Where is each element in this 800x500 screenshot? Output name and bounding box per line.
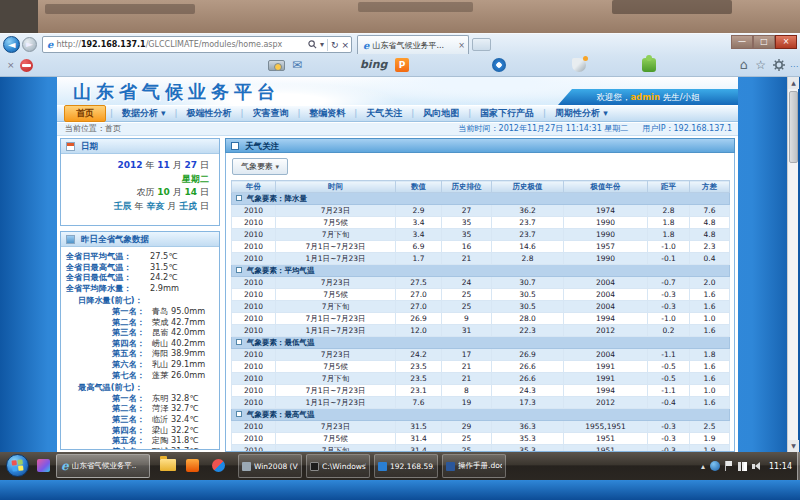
camera-icon[interactable] xyxy=(268,60,285,71)
favorites-star-icon[interactable]: ☆ xyxy=(755,58,766,72)
section-checkbox-icon[interactable] xyxy=(236,339,242,345)
nav-item-6[interactable]: 天气关注 xyxy=(357,107,411,120)
autocomplete-dropdown-icon[interactable]: ▾ xyxy=(320,40,324,49)
taskbar-ie-button[interactable]: e 山东省气候业务平.. xyxy=(56,454,150,478)
scrollbar-down-icon[interactable]: ▼ xyxy=(788,440,799,452)
weather-focus-header: 天气关注 xyxy=(225,138,735,153)
quick-launch-icon[interactable] xyxy=(37,459,50,472)
action-center-flag-icon[interactable] xyxy=(725,461,733,471)
speaker-icon[interactable] xyxy=(752,462,762,471)
nav-item-7[interactable]: 风向地图 xyxy=(414,107,468,120)
minimize-button[interactable]: — xyxy=(731,35,753,49)
section-checkbox-icon[interactable] xyxy=(236,195,242,201)
maximize-button[interactable]: □ xyxy=(753,35,775,49)
stop-icon[interactable]: × xyxy=(341,40,349,50)
nav-bar: 首页|数据分析 ▾|极端性分析|灾害查询|整编资料|天气关注|风向地图|国家下行… xyxy=(57,105,738,122)
more-options-icon[interactable]: ⋯ xyxy=(790,62,798,71)
blocked-content-icon[interactable] xyxy=(20,59,33,72)
breadcrumb-row: 当前位置：首页 当前时间：2012年11月27日 11:14:31 星期二 用户… xyxy=(57,123,738,136)
table-cell: 1月1日~7月23日 xyxy=(276,325,396,337)
start-button[interactable] xyxy=(6,454,29,477)
table-section-row[interactable]: 气象要素：最低气温 xyxy=(232,337,730,349)
element-filter-button[interactable]: 气象要素 ▾ xyxy=(232,158,288,175)
table-cell: 24.3 xyxy=(492,385,564,397)
nav-item-1[interactable]: 首页 xyxy=(64,105,106,122)
home-icon[interactable]: ⌂ xyxy=(740,57,748,72)
tray-app-icon[interactable] xyxy=(710,461,720,471)
scrollbar-thumb[interactable] xyxy=(789,91,798,163)
table-cell: 4.8 xyxy=(690,217,730,229)
table-row: 20107月23日27.52430.72004-0.72.0 xyxy=(232,277,730,289)
table-section-row[interactable]: 气象要素：最高气温 xyxy=(232,409,730,421)
calendar-text: 月 xyxy=(170,160,185,170)
mail-icon[interactable]: ✉ xyxy=(292,58,302,72)
taskbar-window-button[interactable]: Win2008 (VS2... xyxy=(238,454,302,478)
nav-item-8[interactable]: 国家下行产品 xyxy=(471,107,543,120)
table-cell: 2004 xyxy=(564,349,648,361)
table-section-row[interactable]: 气象要素：平均气温 xyxy=(232,265,730,277)
browser-back-button[interactable]: ◄ xyxy=(3,36,20,53)
nav-item-5[interactable]: 整编资料 xyxy=(300,107,354,120)
calendar-line: 2012 年 11 月 27 日 xyxy=(61,159,209,173)
browser-tab[interactable]: e 山东省气候业务平... × xyxy=(357,35,469,54)
rank-label: 第五名： xyxy=(112,435,152,446)
rank-value: 东明 32.8℃ xyxy=(152,393,198,404)
table-cell: 7月下旬 xyxy=(276,229,396,241)
section-checkbox-icon[interactable] xyxy=(236,267,242,273)
section-title: 气象要素：最高气温 xyxy=(247,410,315,419)
weather-stats: 全省日平均气温：27.5℃全省日最高气温：31.5℃全省日最低气温：24.2℃全… xyxy=(61,247,219,450)
table-cell: -0.3 xyxy=(648,301,690,313)
table-cell: 23.7 xyxy=(492,229,564,241)
nav-item-3[interactable]: 极端性分析 xyxy=(178,107,241,120)
table-cell: -0.4 xyxy=(648,397,690,409)
bing-app-icon[interactable]: P xyxy=(395,58,409,72)
url-text[interactable]: http://192.168.137.1/GLCCLIMATE/modules/… xyxy=(56,40,308,49)
close-button[interactable]: × xyxy=(775,35,797,49)
calendar-text: 日 xyxy=(197,160,209,170)
calendar-line: 农历 10 月 14 日 xyxy=(61,186,209,200)
weather-focus-panel: 天气关注 气象要素 ▾ 年份时间数值历史排位历史极值极值年份距平方差 气象要素：… xyxy=(225,138,735,452)
taskbar-window-button[interactable]: C:\Windows\s... xyxy=(306,454,370,478)
table-cell: 3.4 xyxy=(396,217,442,229)
pinned-app-icon[interactable] xyxy=(186,459,199,472)
tab-title[interactable]: 山东省气候业务平... xyxy=(372,40,456,51)
explorer-folder-icon[interactable] xyxy=(160,459,176,471)
taskbar-clock[interactable]: 11:14 xyxy=(769,462,792,471)
rank-value: 海阳 38.9mm xyxy=(152,348,205,359)
address-bar[interactable]: e http://192.168.137.1/GLCCLIMATE/module… xyxy=(42,36,352,53)
rank-item: 第一名：青岛 95.0mm xyxy=(66,306,216,317)
toolbar-close-icon[interactable]: × xyxy=(7,60,15,70)
scrollbar-up-icon[interactable]: ▲ xyxy=(788,77,799,89)
section-checkbox-icon[interactable] xyxy=(236,411,242,417)
new-tab-button[interactable] xyxy=(472,38,491,51)
network-icon[interactable] xyxy=(738,462,747,471)
satellite-dish-icon[interactable] xyxy=(572,58,586,72)
browser-toolbar: × ✉ bing P ⌂ ☆ ⋯ xyxy=(0,54,800,78)
gear-icon[interactable] xyxy=(773,59,785,71)
taskbar-window-button[interactable]: 192.168.59.99... xyxy=(374,454,438,478)
rank-label: 第四名： xyxy=(112,338,152,349)
bing-logo[interactable]: bing xyxy=(360,58,387,71)
table-cell: 35.3 xyxy=(492,433,564,445)
messenger-icon[interactable] xyxy=(492,58,506,72)
table-cell: 35.3 xyxy=(492,445,564,453)
table-cell: 28.0 xyxy=(492,313,564,325)
table-cell: 27.0 xyxy=(396,289,442,301)
search-icon[interactable] xyxy=(308,40,317,49)
refresh-icon[interactable]: ↻ xyxy=(331,40,339,50)
nav-item-9[interactable]: 周期性分析 ▾ xyxy=(546,107,617,120)
addon-puzzle-icon[interactable] xyxy=(642,58,656,72)
tab-close-icon[interactable]: × xyxy=(458,41,465,50)
browser-forward-button[interactable]: ► xyxy=(22,37,37,52)
nav-item-2[interactable]: 数据分析 ▾ xyxy=(113,107,175,120)
table-section-row[interactable]: 气象要素：降水量 xyxy=(232,193,730,205)
tray-expand-icon[interactable]: ▴ xyxy=(701,462,705,471)
taskbar-window-button[interactable]: 操作手册.docx ... xyxy=(442,454,506,478)
page-scrollbar[interactable]: ▲ ▼ xyxy=(787,77,798,452)
window-icon xyxy=(242,462,251,471)
table-row: 20107月下旬3.43523.719901.84.8 xyxy=(232,229,730,241)
column-header: 距平 xyxy=(648,181,690,193)
pinned-app-icon[interactable] xyxy=(212,459,225,472)
nav-item-4[interactable]: 灾害查询 xyxy=(243,107,297,120)
table-cell: 2.8 xyxy=(492,253,564,265)
